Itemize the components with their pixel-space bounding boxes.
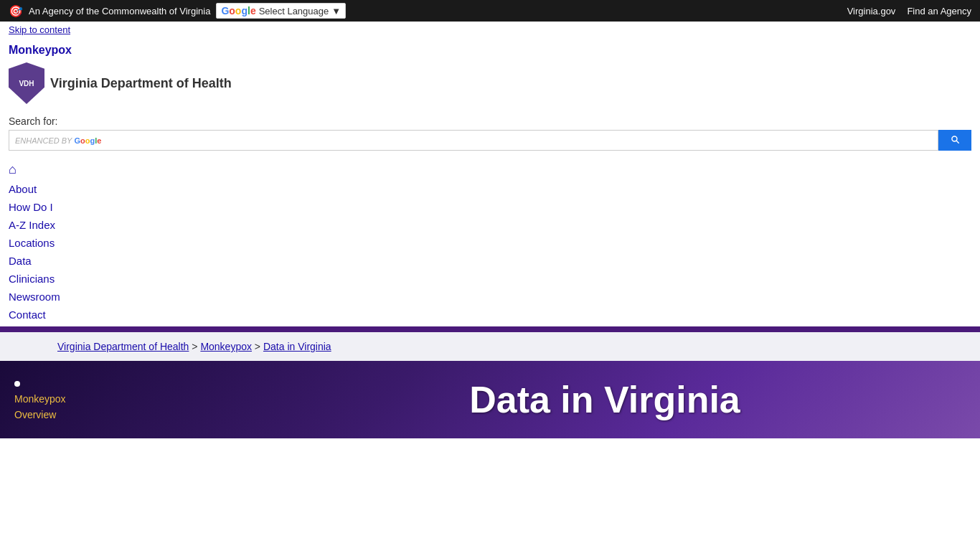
vdh-logo: VDH Virginia Department of Health xyxy=(9,62,232,104)
about-link[interactable]: About xyxy=(9,183,37,195)
top-bar-left: 🎯 An Agency of the Commonwealth of Virgi… xyxy=(9,3,346,19)
hero-title: Data in Virginia xyxy=(469,378,740,421)
breadcrumb-sep-2: > xyxy=(255,341,263,352)
nav-item-data: Data xyxy=(9,252,971,270)
contact-link[interactable]: Contact xyxy=(9,309,46,321)
nav-item-az-index: A-Z Index xyxy=(9,216,971,234)
find-agency-link[interactable]: Find an Agency xyxy=(907,6,971,17)
home-link[interactable]: ⌂ xyxy=(9,164,17,176)
breadcrumb-vdh-link[interactable]: Virginia Department of Health xyxy=(57,341,189,352)
nav-item-how-do-i: How Do I xyxy=(9,198,971,216)
google-g-icon: Google xyxy=(221,5,255,17)
search-button[interactable] xyxy=(938,130,971,151)
nav-item-locations: Locations xyxy=(9,234,971,252)
nav-item-newsroom: Newsroom xyxy=(9,288,971,306)
site-title-link[interactable]: Monkeypox xyxy=(9,44,971,57)
translate-widget[interactable]: Google Select Language ▼ xyxy=(216,3,346,19)
agency-icon: 🎯 xyxy=(9,4,23,18)
search-label: Search for: xyxy=(9,116,971,127)
purple-bar xyxy=(0,326,980,332)
nav-item-home: ⌂ xyxy=(9,159,971,180)
az-index-link[interactable]: A-Z Index xyxy=(9,219,55,231)
clinicians-link[interactable]: Clinicians xyxy=(9,273,55,285)
hero-content: Data in Virginia xyxy=(230,361,980,438)
search-input-wrapper: ENHANCED BY Google xyxy=(9,130,938,151)
search-area: Search for: ENHANCED BY Google xyxy=(0,116,980,156)
search-form: ENHANCED BY Google xyxy=(9,130,971,151)
nav-item-clinicians: Clinicians xyxy=(9,270,971,288)
newsroom-link[interactable]: Newsroom xyxy=(9,291,60,303)
logo-area: VDH Virginia Department of Health xyxy=(9,62,971,104)
top-bar-right: Virginia.gov Find an Agency xyxy=(847,6,971,17)
hero-sidebar: Monkeypox Overview xyxy=(0,361,230,438)
data-link[interactable]: Data xyxy=(9,255,32,267)
enhanced-by-google-text: ENHANCED BY Google xyxy=(15,136,101,145)
breadcrumb-monkeypox-link[interactable]: Monkeypox xyxy=(200,341,252,352)
breadcrumb-area: Virginia Department of Health > Monkeypo… xyxy=(0,332,980,361)
nav-item-about: About xyxy=(9,180,971,198)
hero-sidebar-item-overview: Overview xyxy=(14,407,215,423)
how-do-i-link[interactable]: How Do I xyxy=(9,201,53,213)
hero-sidebar-item-bullet xyxy=(14,375,215,391)
agency-text: An Agency of the Commonwealth of Virgini… xyxy=(29,6,210,17)
breadcrumb-sep-1: > xyxy=(192,341,200,352)
main-nav: ⌂ About How Do I A-Z Index Locations Dat… xyxy=(0,156,980,326)
translate-dropdown-icon: ▼ xyxy=(331,6,341,17)
virginia-gov-link[interactable]: Virginia.gov xyxy=(847,6,896,17)
locations-link[interactable]: Locations xyxy=(9,237,55,249)
vdh-shield-icon: VDH xyxy=(9,62,44,104)
header: Monkeypox VDH Virginia Department of Hea… xyxy=(0,38,980,116)
nav-item-contact: Contact xyxy=(9,306,971,324)
vdh-logo-text: Virginia Department of Health xyxy=(50,76,232,91)
translate-label: Select Language xyxy=(259,6,329,17)
search-input[interactable] xyxy=(107,135,932,146)
bullet-icon xyxy=(14,381,20,387)
hero-monkeypox-link[interactable]: Monkeypox xyxy=(14,393,66,405)
hero-section: Monkeypox Overview Data in Virginia xyxy=(0,361,980,438)
top-bar: 🎯 An Agency of the Commonwealth of Virgi… xyxy=(0,0,980,22)
hero-sidebar-item-monkeypox: Monkeypox xyxy=(14,391,215,407)
hero-overview-link[interactable]: Overview xyxy=(14,409,56,420)
breadcrumb-current-link[interactable]: Data in Virginia xyxy=(263,341,331,352)
home-icon: ⌂ xyxy=(9,162,17,176)
skip-to-content-link[interactable]: Skip to content xyxy=(0,22,980,38)
